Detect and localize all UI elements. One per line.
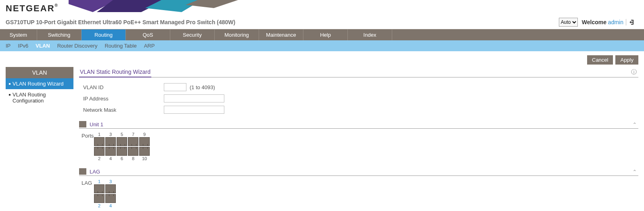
section-toggle-square[interactable] bbox=[79, 168, 86, 175]
form-section: VLAN ID (1 to 4093) IP Address Network M… bbox=[79, 77, 638, 121]
port-num: 10 bbox=[139, 156, 150, 161]
ip-address-input[interactable] bbox=[164, 94, 224, 102]
main-layout: VLAN VLAN Routing Wizard VLAN Routing Co… bbox=[0, 67, 644, 211]
help-icon[interactable]: ⓘ bbox=[631, 69, 638, 76]
lag-title: LAG bbox=[90, 169, 100, 175]
content: VLAN Static Routing Wizard ⓘ VLAN ID (1 … bbox=[79, 67, 638, 211]
port-1[interactable] bbox=[94, 137, 105, 146]
lag-port-3[interactable] bbox=[105, 184, 116, 193]
logout-icon bbox=[629, 19, 635, 25]
port-num: 7 bbox=[128, 132, 139, 137]
port-8[interactable] bbox=[128, 147, 138, 156]
nav-spacer bbox=[392, 29, 644, 40]
welcome-prefix: Welcome bbox=[582, 19, 608, 25]
tab-index[interactable]: Index bbox=[348, 29, 392, 40]
port-4[interactable] bbox=[105, 147, 116, 156]
section-toggle-square[interactable] bbox=[79, 121, 86, 127]
port-5[interactable] bbox=[117, 137, 127, 146]
port-num: 3 bbox=[105, 132, 116, 137]
sidebar-item-vlan-routing-wizard[interactable]: VLAN Routing Wizard bbox=[6, 78, 73, 89]
admin-link[interactable]: admin bbox=[608, 19, 623, 25]
sub-nav: IP IPv6 VLAN Router Discovery Routing Ta… bbox=[0, 40, 644, 51]
cancel-button[interactable]: Cancel bbox=[587, 55, 613, 65]
ports-block: Ports 1 3 5 7 9 bbox=[79, 132, 638, 168]
subnav-ipv6[interactable]: IPv6 bbox=[18, 43, 28, 49]
lag-top-row bbox=[94, 184, 116, 194]
vlan-id-input[interactable] bbox=[164, 83, 186, 91]
panel-title-row: VLAN Static Routing Wizard ⓘ bbox=[79, 67, 638, 77]
lag-num: 2 bbox=[94, 203, 105, 208]
action-bar: Cancel Apply bbox=[0, 51, 644, 67]
lag-bottom-numbers: 2 4 bbox=[94, 203, 116, 208]
network-mask-input[interactable] bbox=[164, 106, 224, 114]
ip-address-label: IP Address bbox=[83, 96, 164, 102]
section-head-unit1: Unit 1 ^ bbox=[79, 121, 638, 129]
ports-top-numbers: 1 3 5 7 9 bbox=[94, 132, 150, 137]
port-7[interactable] bbox=[128, 137, 138, 146]
lag-row-label: LAG bbox=[82, 179, 94, 208]
model-row: GS710TUP 10-Port Gigabit Ethernet Ultra6… bbox=[0, 15, 644, 29]
lag-num: 1 bbox=[94, 179, 105, 184]
lag-block: LAG 1 3 2 4 bbox=[79, 179, 638, 211]
ports-grid: 1 3 5 7 9 bbox=[94, 132, 150, 161]
welcome-text: Welcome admin bbox=[582, 19, 623, 25]
tab-qos[interactable]: QoS bbox=[126, 29, 170, 40]
logout-button[interactable] bbox=[626, 19, 638, 25]
port-num: 9 bbox=[139, 132, 150, 137]
port-num: 5 bbox=[116, 132, 128, 137]
bullet-icon bbox=[9, 83, 10, 85]
tab-monitoring[interactable]: Monitoring bbox=[215, 29, 259, 40]
form-row-vlan-id: VLAN ID (1 to 4093) bbox=[83, 83, 638, 91]
port-num: 6 bbox=[116, 156, 128, 161]
collapse-icon[interactable]: ^ bbox=[633, 169, 638, 174]
subnav-routing-table[interactable]: Routing Table bbox=[105, 43, 136, 49]
section-head-lag: LAG ^ bbox=[79, 168, 638, 176]
lag-port-1[interactable] bbox=[94, 184, 105, 193]
ports-row-label: Ports bbox=[82, 132, 94, 161]
lag-num: 4 bbox=[105, 203, 116, 208]
ports-top-row bbox=[94, 137, 150, 146]
tab-switching[interactable]: Switching bbox=[37, 29, 82, 40]
subnav-vlan[interactable]: VLAN bbox=[36, 43, 50, 49]
unit1-title: Unit 1 bbox=[90, 121, 103, 127]
panel-title: VLAN Static Routing Wizard bbox=[79, 67, 151, 77]
apply-button[interactable]: Apply bbox=[615, 55, 638, 65]
sidebar-item-vlan-routing-configuration[interactable]: VLAN Routing Configuration bbox=[6, 89, 73, 106]
port-num: 4 bbox=[105, 156, 116, 161]
port-num: 8 bbox=[128, 156, 139, 161]
mode-select[interactable]: Auto bbox=[559, 18, 578, 27]
model-name: GS710TUP 10-Port Gigabit Ethernet Ultra6… bbox=[6, 19, 559, 25]
port-6[interactable] bbox=[117, 147, 127, 156]
port-9[interactable] bbox=[139, 137, 150, 146]
port-3[interactable] bbox=[105, 137, 116, 146]
vlan-id-label: VLAN ID bbox=[83, 84, 164, 90]
bullet-icon bbox=[9, 94, 10, 96]
brand-header: NETGEAR® bbox=[0, 0, 644, 15]
subnav-router-discovery[interactable]: Router Discovery bbox=[57, 43, 98, 49]
vlan-id-hint: (1 to 4093) bbox=[190, 84, 215, 90]
sidebar-item-label: VLAN Routing Wizard bbox=[13, 81, 63, 87]
tab-help[interactable]: Help bbox=[303, 29, 348, 40]
ports-bottom-row bbox=[94, 146, 150, 156]
lag-grid: 1 3 2 4 bbox=[94, 179, 116, 208]
subnav-ip[interactable]: IP bbox=[6, 43, 10, 49]
port-num: 1 bbox=[94, 132, 105, 137]
banner-decoration bbox=[69, 0, 242, 12]
subnav-arp[interactable]: ARP bbox=[144, 43, 155, 49]
port-num: 2 bbox=[94, 156, 105, 161]
collapse-icon[interactable]: ^ bbox=[633, 122, 638, 127]
tab-routing[interactable]: Routing bbox=[82, 29, 126, 40]
lag-port-2[interactable] bbox=[94, 194, 105, 203]
form-row-ip-address: IP Address bbox=[83, 94, 638, 102]
form-row-network-mask: Network Mask bbox=[83, 106, 638, 114]
tab-system[interactable]: System bbox=[0, 29, 37, 40]
lag-port-4[interactable] bbox=[105, 194, 116, 203]
sidebar-item-label: VLAN Routing Configuration bbox=[13, 92, 70, 104]
lag-num: 3 bbox=[105, 179, 116, 184]
tab-maintenance[interactable]: Maintenance bbox=[259, 29, 303, 40]
network-mask-label: Network Mask bbox=[83, 107, 164, 113]
sidebar-header: VLAN bbox=[6, 67, 73, 78]
port-10[interactable] bbox=[139, 147, 150, 156]
tab-security[interactable]: Security bbox=[170, 29, 215, 40]
port-2[interactable] bbox=[94, 147, 105, 156]
